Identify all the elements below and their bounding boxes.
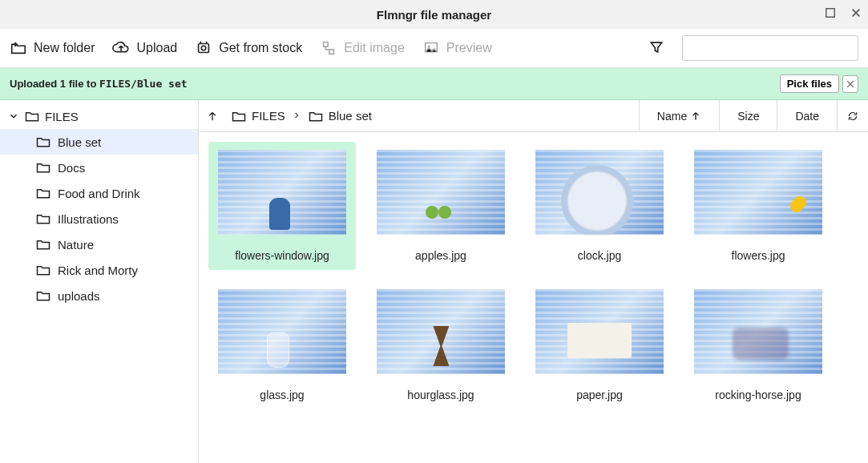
breadcrumb-root-label: FILES [252,109,285,123]
sort-name-button[interactable]: Name [640,100,720,131]
content-pane: FILES Blue set Name Size Date [199,100,868,463]
filter-icon[interactable] [648,39,664,58]
folder-icon [35,134,51,150]
file-thumbnail[interactable]: clock.jpg [526,142,673,270]
breadcrumb: FILES Blue set [226,108,639,124]
file-name-label: paper.jpg [576,389,623,401]
file-name-label: clock.jpg [578,249,621,262]
sidebar: FILES Blue setDocsFood and DrinkIllustra… [0,100,199,463]
file-name-label: flowers-window.jpg [235,249,329,262]
breadcrumb-current[interactable]: Blue set [308,108,372,124]
thumbnail-image [377,289,505,374]
folder-icon [24,108,40,124]
notification-close-button[interactable] [842,75,858,93]
upload-notification: Uploaded 1 file to FILES/Blue set Pick f… [0,68,868,100]
file-name-label: hourglass.jpg [407,389,474,401]
file-name-label: apples.jpg [415,249,466,262]
file-thumbnail[interactable]: paper.jpg [526,281,673,409]
sort-date-button[interactable]: Date [777,100,838,131]
chevron-down-icon [8,111,19,122]
notification-prefix: Uploaded 1 file to [10,78,99,90]
sidebar-item-label: Rick and Morty [58,264,138,277]
svg-point-2 [201,46,206,50]
search-input[interactable] [682,35,858,61]
folder-icon [308,108,324,124]
get-from-stock-button[interactable]: Get from stock [195,39,302,57]
sort-size-label: Size [737,110,759,123]
file-name-label: rocking-horse.jpg [715,389,801,401]
file-name-label: glass.jpg [260,389,304,401]
go-up-button[interactable] [199,109,226,123]
preview-button: Preview [422,39,492,57]
sidebar-item-label: Food and Drink [58,187,140,200]
upload-button[interactable]: Upload [112,39,177,57]
svg-rect-0 [826,9,835,18]
sidebar-item[interactable]: Illustrations [0,206,198,231]
sidebar-item[interactable]: Docs [0,155,198,180]
sidebar-item-label: Nature [58,238,94,252]
notification-message: Uploaded 1 file to FILES/Blue set [10,78,188,90]
pick-files-button[interactable]: Pick files [780,74,839,93]
file-grid: flowers-window.jpgapples.jpgclock.jpgflo… [199,132,868,463]
sidebar-item[interactable]: uploads [0,283,198,308]
thumbnail-image [377,150,505,235]
new-folder-label: New folder [34,41,95,55]
breadcrumb-current-label: Blue set [329,109,372,123]
file-thumbnail[interactable]: rocking-horse.jpg [684,281,832,409]
folder-icon [231,108,247,124]
folder-icon [35,288,51,304]
folder-icon [35,185,51,201]
file-thumbnail[interactable]: flowers-window.jpg [208,142,356,270]
folder-icon [35,236,51,252]
svg-rect-1 [199,44,209,53]
tree-root-label: FILES [45,110,79,123]
edit-image-label: Edit image [344,41,405,55]
folder-icon [35,211,51,227]
refresh-icon [847,111,858,122]
sidebar-item-label: uploads [58,289,100,303]
file-thumbnail[interactable]: hourglass.jpg [367,281,515,409]
edit-image-button: Edit image [320,39,405,57]
thumbnail-image [218,289,346,374]
folder-icon [35,262,51,278]
thumbnail-image [535,289,664,374]
sidebar-item[interactable]: Food and Drink [0,180,198,206]
sidebar-item-label: Illustrations [58,212,119,226]
file-thumbnail[interactable]: apples.jpg [367,142,515,270]
breadcrumb-root[interactable]: FILES [231,108,285,124]
toolbar: New folder Upload Get from stock Edit im… [0,29,868,68]
content-header: FILES Blue set Name Size Date [199,100,868,132]
preview-label: Preview [446,41,492,55]
sidebar-item-label: Blue set [58,135,101,149]
titlebar: Flmngr file manager [0,0,868,29]
notification-path: FILES/Blue set [99,78,188,90]
refresh-button[interactable] [838,100,868,131]
tree-root[interactable]: FILES [0,103,198,129]
sidebar-item[interactable]: Nature [0,231,198,257]
sidebar-item[interactable]: Blue set [0,129,198,155]
window-close-icon[interactable] [850,7,862,22]
window-maximize-icon[interactable] [825,7,836,22]
sort-date-label: Date [795,110,819,123]
thumbnail-image [535,150,664,235]
get-from-stock-label: Get from stock [219,41,302,55]
thumbnail-image [694,150,822,235]
window-title: Flmngr file manager [377,8,491,22]
chevron-right-icon [292,109,301,123]
sidebar-item[interactable]: Rick and Morty [0,257,198,283]
folder-icon [35,159,51,175]
sort-name-label: Name [657,110,687,123]
thumbnail-image [694,289,822,374]
upload-label: Upload [136,41,177,55]
file-thumbnail[interactable]: flowers.jpg [684,142,832,270]
sidebar-item-label: Docs [58,161,85,175]
thumbnail-image [218,150,346,235]
file-name-label: flowers.jpg [732,249,785,262]
arrow-up-icon [690,111,701,122]
sort-size-button[interactable]: Size [720,100,777,131]
file-thumbnail[interactable]: glass.jpg [208,281,356,409]
new-folder-button[interactable]: New folder [10,39,95,57]
